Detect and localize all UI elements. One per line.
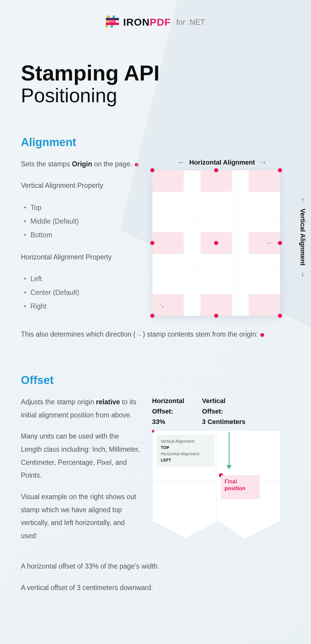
arrow-down-icon bbox=[226, 432, 232, 469]
offset-example-lead: Visual example on the right shows out st… bbox=[21, 490, 140, 543]
list-item: Bottom bbox=[24, 228, 140, 242]
origin-dot-icon bbox=[260, 333, 264, 337]
page-title: Stamping API Positioning bbox=[0, 29, 311, 118]
horizontal-offset-label: Horizontal Offset: 33% → bbox=[152, 396, 184, 427]
vertical-property-title: Vertical Alignment Property bbox=[21, 179, 140, 192]
vertical-axis-label: ↑ Vertical Alignment ↓ bbox=[299, 196, 307, 278]
svg-text:PDF: PDF bbox=[110, 20, 115, 23]
horizontal-property-title: Horizontal Alignment Property bbox=[21, 251, 140, 264]
stamp-cell bbox=[201, 294, 232, 316]
origin-dot-icon bbox=[278, 241, 282, 245]
origin-dot-icon bbox=[214, 314, 218, 318]
offset-axis-labels: Horizontal Offset: 33% → Vertical Offset… bbox=[152, 396, 290, 427]
list-item: Right bbox=[24, 299, 140, 313]
arrow-right-icon: → bbox=[136, 328, 143, 342]
alignment-heading: Alignment bbox=[21, 136, 290, 149]
offset-units: Many units can be used with the Length c… bbox=[21, 430, 140, 482]
arrow-left-icon: ← bbox=[177, 158, 185, 167]
offset-diagram: Vertical Alignment: TOP Horizontal Align… bbox=[152, 430, 280, 544]
svg-rect-0 bbox=[106, 16, 110, 27]
header: PDF IRONPDF for .NET bbox=[0, 0, 311, 29]
horizontal-axis-label: ← Horizontal Alignment → bbox=[152, 158, 292, 167]
logo-pdf: PDF bbox=[150, 16, 171, 28]
title-line1: Stamping API bbox=[21, 62, 290, 85]
section-alignment: Alignment Sets the stamps Origin on the … bbox=[0, 118, 311, 356]
list-item: Top bbox=[24, 201, 140, 214]
arrow-right-icon: → bbox=[259, 158, 267, 167]
origin-dot-icon bbox=[278, 314, 282, 318]
vertical-offset-label: Vertical Offset: 3 Centimeters bbox=[202, 396, 246, 427]
logo-hash-icon: PDF bbox=[106, 15, 119, 29]
alignment-info-box: Vertical Alignment: TOP Horizontal Align… bbox=[157, 435, 215, 467]
offset-bullet-2: A vertical offset of 3 centimeters downw… bbox=[21, 581, 290, 595]
product-logo: PDF IRONPDF for .NET bbox=[106, 15, 205, 29]
alignment-intro: Sets the stamps Origin on the page. bbox=[21, 158, 140, 171]
origin-dot-icon bbox=[150, 314, 154, 318]
vertical-options-list: Top Middle (Default) Bottom bbox=[21, 201, 140, 242]
offset-bullet-1: A horizontal offset of 33% of the page's… bbox=[21, 560, 290, 573]
logo-subtitle: for .NET bbox=[176, 18, 205, 27]
stamp-cell bbox=[249, 232, 280, 254]
horizontal-options-list: Left Center (Default) Right bbox=[21, 272, 140, 313]
list-item: Left bbox=[24, 272, 140, 286]
arrow-down-icon: ↓ bbox=[301, 269, 305, 278]
list-item: Center (Default) bbox=[24, 286, 140, 299]
alignment-diagram: ← Horizontal Alignment → bbox=[152, 158, 292, 316]
offset-heading: Offset bbox=[21, 374, 290, 387]
arrow-up-icon: ↑ bbox=[301, 196, 305, 205]
section-offset: Offset Adjusts the stamp origin relative… bbox=[0, 356, 311, 609]
logo-text: IRONPDF bbox=[123, 16, 171, 28]
alignment-footnote: This also determines which direction (→)… bbox=[21, 328, 290, 342]
origin-dot-icon bbox=[278, 168, 282, 172]
logo-iron: IRON bbox=[123, 16, 150, 28]
origin-dot-icon bbox=[135, 163, 139, 167]
stamp-cell bbox=[249, 170, 280, 192]
title-line2: Positioning bbox=[21, 85, 290, 106]
stamp-cell bbox=[249, 294, 280, 316]
origin-dot-icon bbox=[150, 428, 154, 433]
offset-intro: Adjusts the stamp origin relative to its… bbox=[21, 396, 140, 422]
final-position-box: Final position bbox=[221, 475, 260, 499]
stamp-cell bbox=[201, 170, 232, 192]
list-item: Middle (Default) bbox=[24, 214, 140, 228]
stamp-cell bbox=[152, 170, 184, 192]
direction-arrow-icon: ← bbox=[266, 238, 274, 248]
stamp-cell bbox=[152, 232, 184, 254]
grid-box: ← → bbox=[152, 170, 280, 316]
